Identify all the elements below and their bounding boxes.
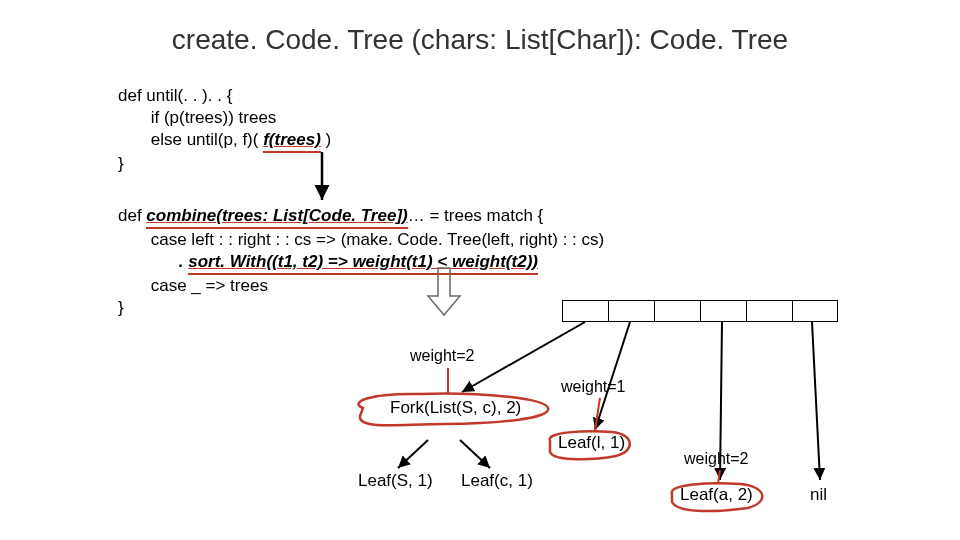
combine-l2: case left : : right : : cs => (make. Cod… [151,230,605,249]
svg-line-1 [398,440,428,468]
until-l4: } [118,153,331,175]
combine-signature-highlight: combine(trees: List[Code. Tree]) [146,205,407,229]
svg-line-4 [595,322,630,430]
list-cell [792,300,838,322]
leaf-s-label: Leaf(S, 1) [358,471,433,491]
until-l2: if (p(trees)) trees [151,108,277,127]
weight-label-fork: weight=2 [410,347,475,365]
combine-l1a: def [118,206,146,225]
f-trees-highlight: f(trees) [263,129,321,153]
list-cell [746,300,792,322]
leaf-c-label: Leaf(c, 1) [461,471,551,491]
combine-l3a: . [179,252,188,271]
nil-label: nil [810,485,827,505]
svg-line-9 [718,470,720,484]
svg-line-6 [812,322,820,480]
sortwith-highlight: sort. With((t1, t2) => weight(t1) < weig… [188,251,538,275]
until-l1: def until(. . ). . { [118,85,331,107]
svg-line-8 [595,398,600,430]
weight-label-leaf-l: weight=1 [561,378,626,396]
combine-l4: case _ => trees [151,276,268,295]
code-combine-block: def combine(trees: List[Code. Tree])… = … [118,205,604,319]
combine-l1c: … = trees match { [408,206,544,225]
list-cell [700,300,746,322]
code-until-block: def until(. . ). . { if (p(trees)) trees… [118,85,331,175]
list-box-row [562,300,838,322]
until-l3c: ) [321,130,331,149]
leaf-l-label: Leaf(l, 1) [558,433,638,453]
until-l3a: else until(p, f)( [151,130,263,149]
combine-l5: } [118,297,604,319]
list-cell [608,300,654,322]
page-title: create. Code. Tree (chars: List[Char]): … [0,24,960,56]
svg-line-2 [460,440,490,468]
list-cell [562,300,608,322]
list-cell [654,300,700,322]
leaf-a-label: Leaf(a, 2) [680,485,760,505]
fork-node-label: Fork(List(S, c), 2) [390,398,550,418]
weight-label-leaf-a: weight=2 [684,450,749,468]
